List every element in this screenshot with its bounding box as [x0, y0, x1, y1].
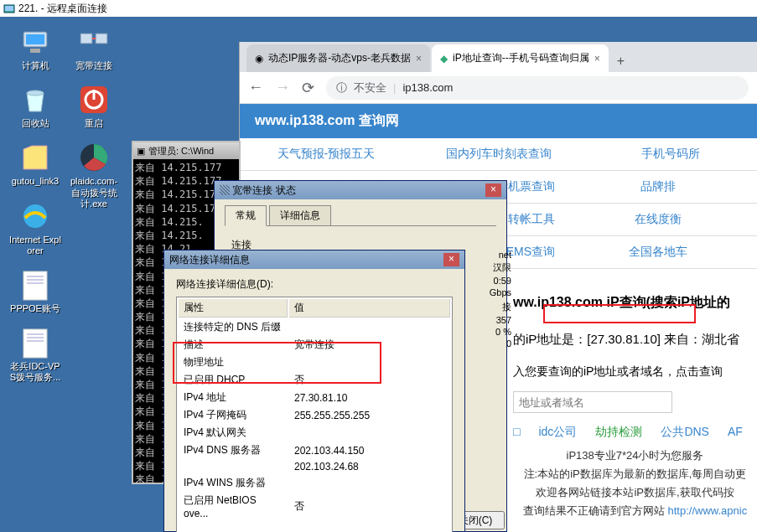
desktop-icon-gutou-link3[interactable]: gutou_link3 — [8, 141, 62, 187]
nav-train[interactable]: 国内列车时刻表查询 — [412, 138, 585, 170]
link-idc[interactable]: idc公司 — [538, 425, 577, 440]
footer-welcome: 欢迎各网站链接本站iP数据库,获取代码按 — [513, 485, 757, 500]
table-row[interactable]: 已启用 NetBIOS ove...否 — [179, 493, 450, 520]
det-title-bar[interactable]: 网络连接详细信息 × — [164, 251, 464, 269]
nav-phone[interactable]: 手机号码所 — [584, 138, 757, 170]
browser-toolbar: ← → ⟳ ⓘ 不安全 | ip138.com — [240, 72, 757, 104]
ip-result-line: 的iP地址是：[27.30.81.10] 来自：湖北省 — [513, 332, 757, 348]
connection-info-peek: net汉限0:59Gbps接3570 %0 — [461, 249, 511, 349]
network-detail-window[interactable]: 网络连接详细信息 × 网络连接详细信息(D): 属性 值 连接特定的 DNS 后… — [163, 250, 465, 532]
desktop-icon-recycle[interactable]: 回收站 — [8, 83, 62, 129]
nav-weather[interactable]: 天气预报-预报五天 — [240, 138, 412, 170]
browser-tab-2[interactable]: ◆ iP地址查询--手机号码查询归属 × — [432, 44, 609, 72]
link-af[interactable]: AF — [728, 425, 743, 440]
desktop-icon-computer[interactable]: 计算机 — [8, 25, 62, 71]
table-row[interactable]: 连接特定的 DNS 后缀 — [179, 319, 450, 335]
ip-input[interactable] — [513, 391, 672, 413]
desktop-icon-restart[interactable]: 重启 — [67, 83, 121, 129]
desktop-icon-ie[interactable]: Internet Explorer — [8, 199, 62, 256]
tab-general[interactable]: 常规 — [225, 205, 267, 226]
bottom-links: □ idc公司 劫持检测 公共DNS AF — [513, 425, 757, 440]
forward-button[interactable]: → — [275, 79, 290, 96]
desktop-icons-col2: 宽带连接 重启 plaidc.com-自动拨号统计.exe — [67, 25, 121, 221]
desktop-icon-plaidc[interactable]: plaidc.com-自动拨号统计.exe — [67, 141, 121, 209]
bb-title-bar[interactable]: ▧ 宽带连接 状态 × — [215, 181, 506, 199]
site-banner: www.ip138.com 查询网 — [240, 104, 757, 138]
table-row[interactable]: 描述宽带连接 — [179, 337, 450, 353]
svg-rect-4 — [30, 49, 40, 53]
col-property[interactable]: 属性 — [179, 299, 288, 318]
svg-rect-11 — [23, 329, 47, 358]
svg-point-5 — [27, 90, 44, 96]
tab-detail[interactable]: 详细信息 — [269, 205, 331, 226]
desktop-icon-broadband[interactable]: 宽带连接 — [67, 25, 121, 71]
network-icon: ▧ — [220, 184, 230, 196]
desktop-icon-laobing[interactable]: 老兵IDC-VPS拨号服务... — [8, 326, 62, 383]
close-icon[interactable]: × — [594, 53, 600, 65]
table-row[interactable]: 物理地址 — [179, 354, 450, 370]
table-row[interactable]: IPv4 DNS 服务器202.103.44.150 — [179, 442, 450, 458]
bb-tabs: 常规 详细信息 — [215, 199, 506, 225]
info-icon: ⓘ — [336, 80, 347, 96]
desktop-icons-col1: 计算机 回收站 gutou_link3 Internet Explorer PP… — [8, 25, 62, 395]
hint-line: 入您要查询的iP地址或者域名，点击查询 — [513, 364, 757, 380]
favicon-icon: ◆ — [440, 53, 448, 65]
cmd-title-bar[interactable]: ▣ 管理员: C:\Wind — [133, 142, 239, 159]
apnic-link[interactable]: http://www.apnic — [667, 504, 747, 517]
reload-button[interactable]: ⟳ — [302, 79, 314, 97]
rdp-title-bar: 221. - 远程桌面连接 — [0, 0, 757, 17]
svg-rect-16 — [96, 34, 107, 44]
url-text: ip138.com — [402, 81, 453, 94]
nav-plate[interactable]: 全国各地车 — [558, 236, 757, 268]
browser-tab-1[interactable]: ◉ 动态IP服务器-动态vps-老兵数据 × — [246, 44, 430, 72]
address-bar[interactable]: ⓘ 不安全 | ip138.com — [326, 76, 749, 100]
link-dns[interactable]: 公共DNS — [661, 425, 709, 440]
close-icon[interactable]: × — [443, 253, 459, 266]
new-tab-button[interactable]: + — [610, 50, 631, 72]
footer-note: 注:本站的iP数据库为最新的数据库,每周自动更 — [513, 467, 757, 482]
cmd-icon: ▣ — [137, 146, 145, 157]
link-hijack[interactable]: 劫持检测 — [595, 425, 642, 440]
table-row[interactable]: IPv4 子网掩码255.255.255.255 — [179, 407, 450, 423]
insecure-label: 不安全 — [354, 80, 386, 96]
nav-brand[interactable]: 品牌排 — [558, 171, 757, 203]
table-row[interactable]: IPv4 默认网关 — [179, 425, 450, 441]
svg-rect-1 — [5, 6, 13, 11]
footer-official: 查询结果不正确请到官方网站 http://www.apnic — [513, 504, 757, 519]
rdp-title-text: 221. - 远程桌面连接 — [18, 2, 107, 16]
browser-tab-strip: ◉ 动态IP服务器-动态vps-老兵数据 × ◆ iP地址查询--手机号码查询归… — [240, 42, 757, 72]
link-marker[interactable]: □ — [513, 425, 520, 440]
close-icon[interactable]: × — [416, 53, 422, 65]
nav-measure[interactable]: 在线度衡 — [558, 204, 757, 235]
table-row[interactable]: IPv4 WINS 服务器 — [179, 475, 450, 491]
svg-rect-7 — [23, 271, 47, 300]
footer-service: iP138专业7*24小时为您服务 — [513, 448, 757, 463]
nav-row-1: 天气预报-预报五天 国内列车时刻表查询 手机号码所 — [240, 138, 757, 171]
svg-rect-3 — [26, 34, 44, 44]
table-row[interactable]: 已启用 DHCP否 — [179, 372, 450, 388]
col-value[interactable]: 值 — [289, 299, 450, 318]
rdp-icon — [3, 3, 15, 14]
det-label: 网络连接详细信息(D): — [176, 277, 453, 292]
back-button[interactable]: ← — [248, 79, 263, 96]
table-row[interactable]: IPv4 地址27.30.81.10 — [179, 390, 450, 405]
desktop-icon-pppoe[interactable]: PPPOE账号 — [8, 268, 62, 314]
detail-table: 属性 值 连接特定的 DNS 后缀描述宽带连接物理地址已启用 DHCP否IPv4… — [176, 297, 453, 532]
svg-rect-15 — [80, 34, 92, 44]
close-icon[interactable]: × — [485, 183, 501, 197]
page-heading: ww.ip138.com iP查询(搜索iP地址的 — [513, 279, 757, 327]
table-row[interactable]: 202.103.24.68 — [179, 460, 450, 473]
globe-icon: ◉ — [255, 53, 263, 65]
